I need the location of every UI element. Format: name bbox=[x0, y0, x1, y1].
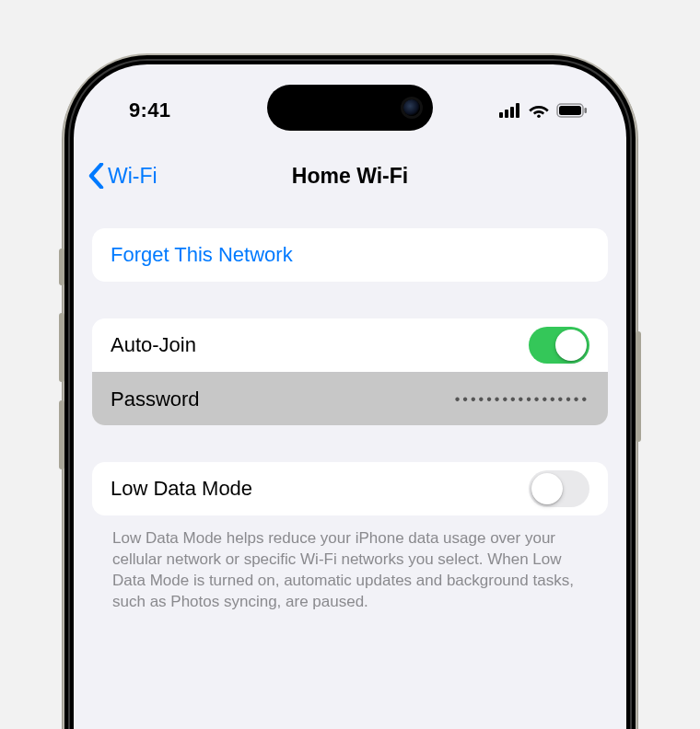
status-icons bbox=[499, 103, 588, 118]
battery-icon bbox=[556, 103, 588, 118]
password-row[interactable]: Password ••••••••••••••••• bbox=[92, 372, 608, 425]
network-settings-group: Auto-Join Password ••••••••••••••••• bbox=[92, 318, 608, 425]
nav-bar: Wi-Fi Home Wi-Fi bbox=[74, 151, 626, 201]
side-button bbox=[636, 331, 641, 442]
wifi-icon bbox=[529, 103, 549, 118]
svg-point-4 bbox=[537, 114, 541, 118]
password-label: Password bbox=[111, 388, 200, 411]
ringer-switch bbox=[59, 249, 64, 285]
back-button[interactable]: Wi-Fi bbox=[88, 163, 158, 189]
auto-join-toggle[interactable] bbox=[529, 327, 589, 364]
forget-group: Forget This Network bbox=[92, 228, 608, 282]
page-title: Home Wi-Fi bbox=[292, 164, 408, 189]
svg-rect-1 bbox=[505, 110, 508, 118]
front-camera-icon bbox=[403, 99, 420, 116]
auto-join-row: Auto-Join bbox=[92, 318, 608, 372]
low-data-group: Low Data Mode bbox=[92, 462, 608, 515]
volume-up-button bbox=[59, 313, 64, 382]
back-label: Wi-Fi bbox=[108, 164, 158, 189]
svg-rect-0 bbox=[499, 112, 503, 118]
svg-rect-3 bbox=[516, 103, 519, 118]
toggle-knob bbox=[555, 330, 587, 361]
svg-rect-2 bbox=[510, 107, 514, 118]
svg-rect-7 bbox=[585, 108, 588, 113]
low-data-footer-text: Low Data Mode helps reduce your iPhone d… bbox=[92, 528, 608, 613]
phone-frame: 9:41 bbox=[64, 55, 636, 729]
forget-network-label: Forget This Network bbox=[111, 243, 293, 267]
volume-down-button bbox=[59, 400, 64, 469]
chevron-left-icon bbox=[88, 163, 104, 189]
toggle-knob bbox=[531, 473, 563, 504]
dynamic-island bbox=[267, 85, 433, 131]
auto-join-label: Auto-Join bbox=[111, 333, 196, 357]
screen: 9:41 bbox=[74, 64, 626, 729]
low-data-label: Low Data Mode bbox=[111, 477, 252, 501]
low-data-toggle[interactable] bbox=[529, 470, 589, 507]
low-data-row: Low Data Mode bbox=[92, 462, 608, 515]
password-value: ••••••••••••••••• bbox=[200, 391, 589, 408]
forget-network-button[interactable]: Forget This Network bbox=[92, 228, 608, 282]
cellular-icon bbox=[499, 103, 521, 118]
svg-rect-6 bbox=[559, 106, 581, 115]
content: Forget This Network Auto-Join Password •… bbox=[74, 201, 626, 613]
status-time: 9:41 bbox=[112, 98, 170, 122]
